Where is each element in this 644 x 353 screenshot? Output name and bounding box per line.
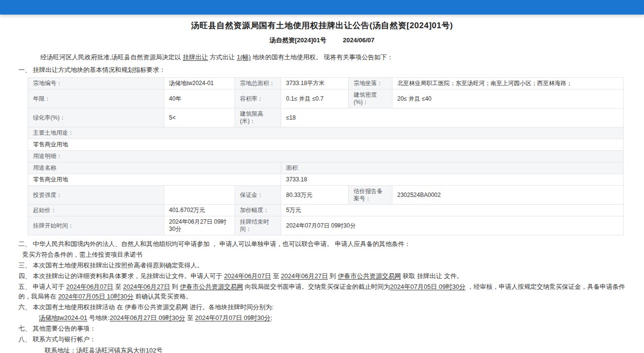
deposit-value: 80.33万元 — [281, 186, 349, 205]
far-label: 容积率： — [235, 89, 281, 108]
green-rate-value: 5< — [164, 108, 235, 127]
increment-value: 5万元 — [281, 205, 624, 216]
use-name-value: 零售商业用地 — [28, 174, 281, 186]
clause-2-sub: 竞买方符合条件的，需上传投资项目承诺书 — [22, 250, 644, 260]
parcel-count-underline: 1(幅) — [237, 53, 251, 61]
clause-4: 四、 本次挂牌出让的详细资料和具体要求，见挂牌出让文件。申请人可于 2024年0… — [18, 271, 629, 281]
appraisal-value: 2302524BA0002 — [392, 186, 624, 205]
clause-5-text: 向我局提交书面申请。交纳竞买保证金的截止时间为 — [243, 283, 390, 290]
clause-5-text: 五、 申请人可于 — [18, 283, 66, 290]
use-name-header: 用途名称 — [28, 162, 281, 174]
intro-paragraph: 经汤旺河区人民政府批准,汤旺县自然资源局决定以 挂牌出让 方式出让 1(幅) 地… — [28, 53, 625, 62]
appraisal-label: 估价报告备案号： — [349, 186, 392, 205]
table-row: 年限： 40年 容积率： 0.1≤ 并且 ≤0.7 建筑密度(%)： 20≤ 并… — [28, 89, 624, 108]
use-detail-label: 用途明细： — [28, 151, 624, 162]
table-row: 用途名称 面积 — [28, 162, 624, 174]
section-1-heading: 一、 挂牌出让方式地块的基本情况和规划指标要求： — [18, 65, 625, 75]
start-price-value: 401.6702万元 — [164, 205, 235, 216]
location-label: 宗地坐落： — [349, 78, 392, 89]
green-rate-label: 绿化率(%)： — [28, 108, 164, 127]
clause-6-sub: 汤储地tw2024-01 号地块:2024年06月27日 09时30分 至 20… — [39, 313, 644, 323]
listing-method-underline: 挂牌出让 — [183, 53, 208, 61]
clause-5-text: 至 — [113, 283, 123, 290]
total-area-label: 宗地总面积： — [235, 78, 281, 89]
height-limit-label: 建筑限高(米)： — [235, 108, 281, 127]
total-area-value: 3733.18平方米 — [281, 78, 349, 89]
density-label: 建筑密度(%)： — [349, 89, 392, 108]
clause-6: 六、 本次国有土地使用权挂牌活动 在 伊春市公共资源交易网 进行。各地块挂牌时间… — [18, 302, 629, 312]
location-value: 北至林业局职工医院；东至汤旺河；南至上河园小区；西至林海路； — [392, 78, 624, 89]
listing-start-label: 挂牌开始时间： — [28, 216, 164, 235]
clause-4-text: 四、 本次挂牌出让的详细资料和具体要求，见挂牌出让文件。申请人可于 — [18, 272, 224, 280]
start-price-label: 起始价： — [28, 205, 164, 216]
contact-address: 联系地址：汤旺县汤旺河镇东风大街102号 — [45, 345, 644, 353]
announcement-page: 汤旺县自然资源局国有土地使用权挂牌出让公告(汤自然资[2024]01号) 汤自然… — [0, 15, 644, 353]
area-header: 面积 — [281, 162, 624, 174]
term-label: 年限： — [28, 89, 164, 108]
date-underline: 2024年06月07日 — [66, 283, 113, 290]
table-row: 挂牌开始时间： 2024年06月27日 09时30分 挂牌结束时间： 2024年… — [28, 216, 624, 235]
datetime-underline: 2024年07月07日 09时30分 — [195, 314, 271, 321]
investment-value — [164, 186, 235, 205]
clause-6-text: ; — [271, 314, 272, 321]
table-row: 绿化率(%)： 5< 建筑限高(米)： ≤18 — [28, 108, 624, 127]
parcel-no-value: 汤储地tw2024-01 — [164, 78, 235, 89]
table-row: 起始价： 401.6702万元 加价幅度： 5万元 — [28, 205, 624, 216]
announcement-clauses: 二、 中华人民共和国境内外的法人、自然人和其他组织均可申请参加 ， 申请人可以单… — [0, 239, 644, 353]
exchange-site-underline: 伊春市公共资源交易网 — [338, 272, 401, 280]
main-use-value: 零售商业用地 — [28, 139, 624, 151]
table-row: 宗地编号： 汤储地tw2024-01 宗地总面积： 3733.18平方米 宗地坐… — [28, 78, 624, 89]
listing-end-value: 2024年07月07日 09时30分 — [281, 216, 624, 235]
clause-6-text: 至 — [185, 314, 195, 321]
table-row: 主要土地用途： — [28, 127, 624, 139]
clause-5-text: 到 — [170, 283, 180, 290]
land-info-table: 宗地编号： 汤储地tw2024-01 宗地总面积： 3733.18平方米 宗地坐… — [28, 77, 624, 235]
exchange-site-underline: 伊春市公共资源交易网 — [180, 283, 243, 290]
clause-5: 五、 申请人可于 2024年06月07日 至 2024年06月27日 到 伊春市… — [18, 282, 629, 301]
density-value: 20≤ 并且 ≤40 — [392, 89, 624, 108]
page-title: 汤旺县自然资源局国有土地使用权挂牌出让公告(汤自然资[2024]01号) — [0, 20, 644, 31]
intro-text: 经汤旺河区人民政府批准,汤旺县自然资源局决定以 — [40, 53, 183, 61]
table-row: 用途明细： — [28, 151, 624, 162]
clause-6-text: 号地块: — [87, 314, 110, 321]
intro-text: 方式出让 — [208, 53, 237, 61]
listing-start-value: 2024年06月27日 09时30分 — [164, 216, 235, 235]
datetime-underline: 2024年06月27日 09时30分 — [110, 314, 185, 321]
clause-4-text: 至 — [271, 272, 281, 280]
publish-date: 2024/06/07 — [343, 36, 374, 44]
far-value: 0.1≤ 并且 ≤0.7 — [281, 89, 349, 108]
deadline-underline: 2024年07月05日 09时30分 — [390, 283, 465, 290]
date-underline: 2024年06月27日 — [281, 272, 328, 280]
clause-4-text: 到 — [328, 272, 338, 280]
clause-5-text: 前确认其竞买资格。 — [134, 293, 192, 300]
clause-2: 二、 中华人民共和国境内外的法人、自然人和其他组织均可申请参加 ， 申请人可以单… — [18, 239, 629, 249]
top-blue-bar — [0, 0, 644, 15]
clause-4-text: 获取 挂牌出让 文件。 — [401, 272, 463, 280]
height-limit-value: ≤18 — [281, 108, 624, 127]
investment-label: 投资强度： — [28, 186, 164, 205]
clause-8: 八、 联系方式与银行帐户： — [18, 335, 629, 344]
area-value: 3733.18 — [281, 174, 624, 186]
doc-number: 汤自然资[2024]01号 — [270, 36, 326, 44]
deadline-underline: 2024年07月05日 10时30分 — [58, 293, 134, 300]
increment-label: 加价幅度： — [235, 205, 281, 216]
deposit-label: 保证金： — [235, 186, 281, 205]
clause-3: 三、 本次国有土地使用权挂牌出让按照价高者得原则确定竞得人。 — [18, 261, 629, 270]
table-row: 零售商业用地 — [28, 139, 624, 151]
parcel-id-underline: 汤储地tw2024-01 — [39, 314, 87, 321]
term-value: 40年 — [164, 89, 235, 108]
doc-subtitle: 汤自然资[2024]01号2024/06/07 — [0, 36, 644, 45]
date-underline: 2024年06月07日 — [224, 272, 271, 280]
table-row: 投资强度： 保证金： 80.33万元 估价报告备案号： 2302524BA000… — [28, 186, 624, 205]
intro-text: 地块的国有土地使用权。 现将有关事项公告如下： — [251, 53, 393, 61]
date-underline: 2024年06月27日 — [123, 283, 170, 290]
listing-end-label: 挂牌结束时间： — [235, 216, 281, 235]
clause-7: 七、 其他需要公告的事项： — [18, 324, 629, 334]
table-row: 零售商业用地 3733.18 — [28, 174, 624, 186]
parcel-no-label: 宗地编号： — [28, 78, 164, 89]
main-use-label: 主要土地用途： — [28, 127, 624, 139]
